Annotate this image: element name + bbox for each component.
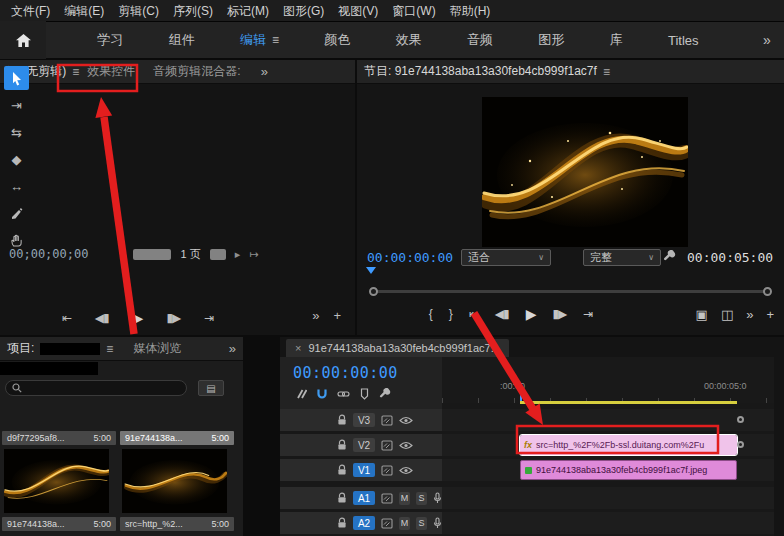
workspace-tab-audio[interactable]: 音频 bbox=[467, 31, 493, 49]
program-zoom-bar[interactable] bbox=[373, 290, 768, 293]
track-label-a2[interactable]: A2 bbox=[353, 516, 375, 530]
mark-out-button[interactable]: } bbox=[449, 307, 452, 321]
zoom-bar-left-handle[interactable] bbox=[369, 287, 378, 296]
menu-sequence[interactable]: 序列(S) bbox=[166, 0, 220, 22]
track-lane-v3[interactable] bbox=[442, 409, 774, 431]
project-item-label[interactable]: 91e744138a... 5:00 bbox=[2, 517, 116, 531]
project-search-box[interactable] bbox=[5, 380, 187, 396]
project-item-thumbnail[interactable] bbox=[4, 449, 109, 513]
timeline-playhead[interactable] bbox=[520, 383, 522, 403]
slip-tool-button[interactable]: ↔ bbox=[4, 174, 29, 198]
solo-button[interactable]: S bbox=[416, 492, 427, 505]
workspace-tab-titles[interactable]: Titles bbox=[668, 33, 699, 48]
sync-lock-icon[interactable] bbox=[381, 415, 393, 426]
zoom-level-select[interactable]: 适合 ∨ bbox=[461, 249, 551, 266]
step-back-button[interactable]: ◀▮ bbox=[95, 311, 109, 325]
sync-lock-icon[interactable] bbox=[381, 440, 393, 451]
track-label-a1[interactable]: A1 bbox=[353, 491, 375, 505]
search-input[interactable] bbox=[27, 383, 180, 394]
sync-lock-icon[interactable] bbox=[381, 493, 393, 504]
workspace-tab-graphics[interactable]: 图形 bbox=[538, 31, 564, 49]
new-bin-button[interactable]: ▤ bbox=[198, 380, 224, 396]
linked-selection-icon[interactable] bbox=[337, 388, 350, 400]
workspace-tab-effects[interactable]: 效果 bbox=[396, 31, 422, 49]
pen-tool-button[interactable] bbox=[4, 201, 29, 225]
workspace-tab-color[interactable]: 颜色 bbox=[324, 31, 350, 49]
insert-overwrite-icon[interactable] bbox=[295, 388, 307, 400]
jump-end-icon[interactable]: ↦ bbox=[249, 248, 258, 261]
selection-tool-button[interactable] bbox=[4, 66, 29, 90]
comparison-view-icon[interactable]: ◫ bbox=[721, 307, 733, 322]
track-label-v2[interactable]: V2 bbox=[353, 438, 375, 452]
tab-project[interactable]: 项目: bbox=[7, 340, 34, 357]
zoom-bar-right-handle[interactable] bbox=[763, 287, 772, 296]
menu-markers[interactable]: 标记(M) bbox=[220, 0, 276, 22]
marker-icon[interactable] bbox=[359, 388, 370, 400]
voiceover-mic-icon[interactable] bbox=[433, 517, 442, 529]
step-forward-button[interactable]: ▮▶ bbox=[166, 311, 180, 325]
mute-button[interactable]: M bbox=[399, 517, 410, 530]
tab-program-monitor[interactable]: 节目: 91e744138aba13a30feb4cb999f1ac7f bbox=[364, 63, 597, 80]
hand-tool-button[interactable] bbox=[4, 228, 29, 252]
workspace-tab-editing[interactable]: 编辑 ≡ bbox=[240, 31, 279, 49]
timeline-scrollbar-strip[interactable] bbox=[774, 357, 784, 536]
lock-icon[interactable] bbox=[337, 492, 347, 504]
razor-tool-button[interactable]: ◆ bbox=[4, 147, 29, 171]
lock-icon[interactable] bbox=[337, 464, 347, 476]
goto-out-button[interactable]: ⇥ bbox=[204, 311, 213, 325]
toggle-track-output-eye-icon[interactable] bbox=[399, 441, 413, 450]
project-item-label[interactable]: src=http_%2... 5:00 bbox=[120, 517, 234, 531]
goto-out-button[interactable]: ⇥ bbox=[583, 307, 592, 321]
timeline-settings-wrench-icon[interactable] bbox=[379, 388, 391, 400]
panel-menu-icon[interactable]: ≡ bbox=[72, 65, 79, 79]
lock-icon[interactable] bbox=[337, 517, 347, 529]
goto-in-button[interactable]: ⇤ bbox=[62, 311, 71, 325]
track-lane-v2[interactable]: fx src=http_%2F%2Fb-ssl.duitang.com%2Fu bbox=[442, 434, 774, 456]
workspace-tab-assembly[interactable]: 组件 bbox=[169, 31, 195, 49]
export-frame-icon[interactable]: ▣ bbox=[696, 307, 708, 322]
timeline-sequence-tab[interactable]: × 91e744138aba13a30feb4cb999f1ac7... bbox=[286, 339, 509, 357]
tab-audio-clip-mixer[interactable]: 音频剪辑混合器: bbox=[153, 63, 240, 80]
sync-lock-icon[interactable] bbox=[381, 518, 393, 529]
timeline-clip-jpeg[interactable]: 91e744138aba13a30feb4cb999f1ac7f.jpeg bbox=[520, 460, 737, 480]
voiceover-mic-icon[interactable] bbox=[433, 492, 442, 504]
workspace-tab-libraries[interactable]: 库 bbox=[610, 31, 623, 49]
play-button[interactable]: ▶ bbox=[526, 306, 536, 322]
step-forward-button[interactable]: ▮▶ bbox=[552, 307, 566, 321]
track-label-v3[interactable]: V3 bbox=[353, 413, 375, 427]
playback-resolution-select[interactable]: 完整 ∨ bbox=[583, 249, 661, 266]
program-playhead[interactable] bbox=[366, 267, 376, 274]
panel-menu-icon[interactable]: ≡ bbox=[106, 342, 113, 356]
sync-lock-icon[interactable] bbox=[381, 465, 393, 476]
button-editor-icon[interactable]: » bbox=[312, 308, 319, 323]
play-button[interactable]: ▶ bbox=[133, 310, 143, 326]
panel-menu-icon[interactable]: ≡ bbox=[603, 65, 610, 79]
ripple-edit-tool-button[interactable]: ⇆ bbox=[4, 120, 29, 144]
toggle-track-output-eye-icon[interactable] bbox=[399, 466, 413, 475]
menu-file[interactable]: 文件(F) bbox=[4, 0, 57, 22]
add-button[interactable]: + bbox=[333, 308, 341, 323]
workspace-menu-icon[interactable]: ≡ bbox=[272, 33, 279, 47]
button-editor-icon[interactable]: » bbox=[746, 307, 753, 322]
add-button[interactable]: + bbox=[766, 307, 774, 322]
tab-effect-controls[interactable]: 效果控件 bbox=[87, 63, 135, 80]
mark-in-button[interactable]: { bbox=[429, 307, 432, 321]
panel-overflow-icon[interactable]: » bbox=[261, 64, 268, 79]
project-item-thumbnail[interactable] bbox=[122, 449, 227, 513]
menu-edit[interactable]: 编辑(E) bbox=[57, 0, 111, 22]
close-icon[interactable]: × bbox=[295, 342, 301, 354]
menu-window[interactable]: 窗口(W) bbox=[385, 0, 442, 22]
lock-icon[interactable] bbox=[337, 439, 347, 451]
track-lane-a1[interactable] bbox=[442, 487, 774, 509]
menu-clip[interactable]: 剪辑(C) bbox=[111, 0, 166, 22]
lock-icon[interactable] bbox=[337, 414, 347, 426]
panel-overflow-icon[interactable]: » bbox=[229, 341, 236, 356]
zoom-arrow-icon[interactable]: ▸ bbox=[235, 248, 241, 261]
solo-button[interactable]: S bbox=[416, 517, 427, 530]
menu-help[interactable]: 帮助(H) bbox=[443, 0, 498, 22]
toggle-track-output-eye-icon[interactable] bbox=[399, 416, 413, 425]
track-lane-v1[interactable]: 91e744138aba13a30feb4cb999f1ac7f.jpeg bbox=[442, 459, 774, 481]
project-item-label[interactable]: d9f77295af8... 5:00 bbox=[2, 431, 116, 445]
step-back-button[interactable]: ◀▮ bbox=[495, 307, 509, 321]
snap-magnet-icon[interactable] bbox=[316, 388, 328, 400]
